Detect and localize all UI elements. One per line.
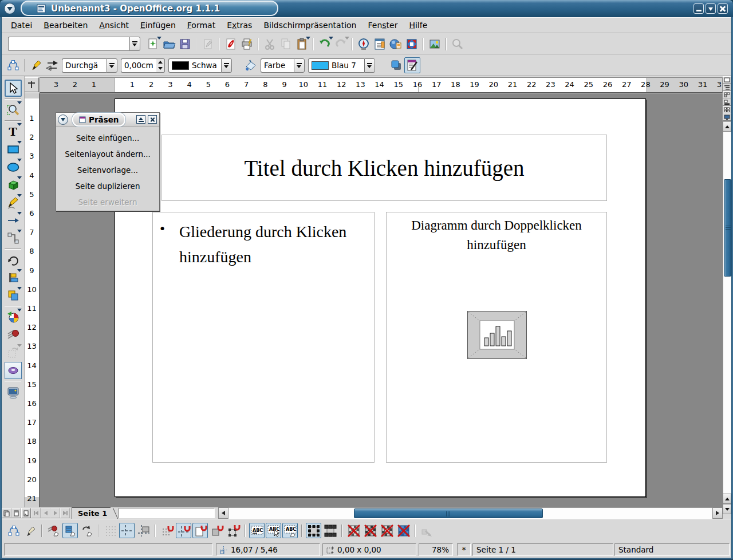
select-tool-button[interactable] <box>5 80 22 97</box>
menu-bildschirmpräsentation[interactable]: Bildschirmpräsentation <box>258 19 362 31</box>
palette-item-seite-einfügen[interactable]: Seite einfügen... <box>56 130 159 146</box>
slide-page[interactable]: Titel durch Klicken hinzufügen • Glieder… <box>115 98 646 497</box>
double-click-edit-text-button[interactable]: ABC <box>282 523 298 538</box>
line-color-value[interactable]: Schwa <box>168 58 221 73</box>
slide-show-button[interactable] <box>5 384 22 401</box>
status-style-field[interactable]: Standard <box>614 543 730 556</box>
horizontal-scrollbar-thumb[interactable] <box>354 508 543 518</box>
open-document-button[interactable] <box>161 36 177 52</box>
paste-button[interactable] <box>294 36 310 52</box>
master-mode-button[interactable] <box>11 508 21 518</box>
menu-bearbeiten[interactable]: Bearbeiten <box>38 19 93 31</box>
scroll-down-button[interactable] <box>723 504 731 514</box>
3d-objects-tool-button[interactable] <box>5 176 22 194</box>
interaction-tool-button[interactable] <box>5 326 22 344</box>
shadow-button[interactable] <box>388 57 404 73</box>
vertical-scrollbar-track[interactable] <box>723 132 731 494</box>
snap-to-object-border-button[interactable] <box>209 523 224 538</box>
maximize-button[interactable] <box>706 3 716 14</box>
insert-graphics-button[interactable] <box>427 36 443 52</box>
ellipse-tool-button[interactable] <box>5 159 22 176</box>
status-page-field[interactable]: Seite 1 / 1 <box>472 543 613 556</box>
allow-rotation-button[interactable] <box>79 523 94 538</box>
text-placeholder-button[interactable] <box>362 523 378 538</box>
close-button[interactable] <box>718 3 728 14</box>
edit-points-mode-button[interactable] <box>6 523 21 538</box>
vertical-ruler[interactable]: 123456789101112131415161718192021 <box>25 93 40 507</box>
snap-to-grid-button[interactable] <box>159 523 175 538</box>
allow-effects-button[interactable] <box>46 523 61 538</box>
drawing-view-button[interactable] <box>723 76 731 84</box>
arrange-tool-button[interactable] <box>5 287 22 304</box>
palette-item-seitenlayout-ändern[interactable]: Seitenlayout ändern... <box>56 146 159 162</box>
edit-glue-points-button[interactable] <box>22 523 38 538</box>
scroll-up-button-2[interactable] <box>723 494 731 504</box>
allow-interaction-button[interactable] <box>62 523 78 538</box>
palette-item-seitenvorlage[interactable]: Seitenvorlage... <box>56 162 159 178</box>
palette-rollup-button[interactable] <box>136 115 145 124</box>
url-dropdown-button[interactable] <box>129 37 140 51</box>
notes-view-button[interactable] <box>723 98 731 106</box>
arrow-style-button[interactable] <box>44 57 60 73</box>
select-text-area-only-button[interactable]: ABC <box>266 523 281 538</box>
presentation-box-toggle[interactable] <box>404 57 420 73</box>
chart-placeholder[interactable]: Diagramm durch Doppelklicken hinzufügen <box>386 212 607 463</box>
scroll-right-button[interactable] <box>712 507 723 519</box>
handout-view-button[interactable] <box>723 106 731 113</box>
page-tab-seite-1[interactable]: Seite 1 <box>72 507 111 519</box>
outline-placeholder[interactable]: • Gliederung durch Klicken hinzufügen <box>152 212 375 463</box>
palette-menu-button[interactable] <box>58 115 68 125</box>
titlebar-tab[interactable]: Unbenannt3 - OpenOffice.org 1.1.1 <box>21 1 278 16</box>
outline-view-button[interactable] <box>723 84 731 91</box>
menu-extras[interactable]: Extras <box>221 19 258 31</box>
title-placeholder[interactable]: Titel durch Klicken hinzufügen <box>161 135 607 201</box>
fill-type-dropdown[interactable] <box>294 58 305 73</box>
lines-arrows-tool-button[interactable] <box>5 212 22 229</box>
simple-handles-button[interactable] <box>306 523 321 538</box>
page-mode-button[interactable] <box>2 508 11 518</box>
snap-to-object-points-button[interactable] <box>226 523 241 538</box>
zoom-tool-button[interactable] <box>5 101 22 119</box>
workspace[interactable]: Titel durch Klicken hinzufügen • Glieder… <box>40 93 723 507</box>
status-zoom-field[interactable]: 78% <box>419 543 453 556</box>
save-document-button[interactable] <box>177 36 193 52</box>
connector-tool-button[interactable] <box>5 230 22 247</box>
menu-hilfe[interactable]: Hilfe <box>403 19 433 31</box>
palette-item-seite-duplizieren[interactable]: Seite duplizieren <box>56 178 159 194</box>
picture-placeholder-button[interactable] <box>346 523 361 538</box>
horizontal-scrollbar-track[interactable] <box>228 507 712 519</box>
window-menu-button[interactable] <box>4 3 15 14</box>
status-modified-field[interactable]: * <box>457 543 471 556</box>
alignment-tool-button[interactable] <box>5 269 22 286</box>
palette-titlebar[interactable]: Präsen <box>56 113 159 127</box>
menu-format[interactable]: Format <box>182 19 221 31</box>
contour-only-button[interactable] <box>379 523 395 538</box>
line-tool-button[interactable] <box>28 57 44 73</box>
menu-einfügen[interactable]: Einfügen <box>135 19 182 31</box>
line-color-dropdown[interactable] <box>221 58 232 73</box>
menu-datei[interactable]: Datei <box>5 19 38 31</box>
zoom-button[interactable] <box>404 36 420 52</box>
menu-fenster[interactable]: Fenster <box>362 19 404 31</box>
edit-points-button[interactable] <box>5 57 21 73</box>
area-style-button[interactable] <box>243 57 259 73</box>
ruler-strip[interactable]: 3211234567891011121314151617181920212223… <box>40 77 723 93</box>
scroll-left-button[interactable] <box>218 507 228 519</box>
undo-button[interactable] <box>317 36 333 52</box>
minimize-button[interactable] <box>693 3 704 14</box>
status-size-field[interactable]: 0,00 x 0,00 <box>322 543 416 556</box>
scroll-up-button[interactable] <box>723 121 731 132</box>
horizontal-ruler[interactable]: 3211234567891011121314151617181920212223… <box>24 76 723 93</box>
layer-mode-button[interactable] <box>21 508 31 518</box>
gallery-button[interactable] <box>388 36 404 52</box>
large-handles-button[interactable] <box>322 523 338 538</box>
line-style-dropdown[interactable] <box>107 58 117 73</box>
snap-to-helplines-button[interactable] <box>176 523 191 538</box>
palette-close-button[interactable] <box>148 115 157 124</box>
fill-type-value[interactable]: Farbe <box>261 58 294 73</box>
start-slide-show-button[interactable] <box>723 113 731 121</box>
helplines-to-front-button[interactable] <box>136 523 151 538</box>
helplines-visible-button[interactable] <box>119 523 135 538</box>
spin-down-button[interactable] <box>156 65 164 72</box>
new-document-button[interactable] <box>145 36 161 52</box>
